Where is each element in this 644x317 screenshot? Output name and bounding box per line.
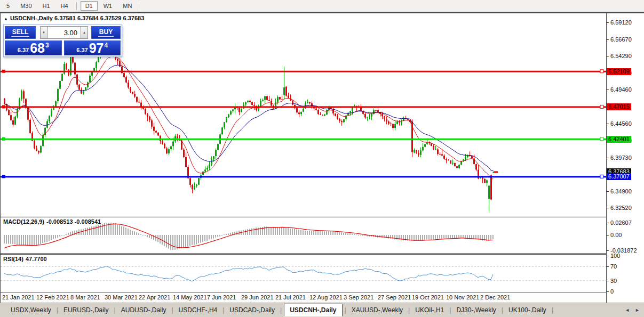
tick-mark xyxy=(607,191,609,192)
tick-label: 6.59120 xyxy=(610,19,632,26)
sell-price-sup: 3 xyxy=(45,42,49,49)
macd-name: MACD(12,26,9) xyxy=(3,218,44,225)
toolbar-separator xyxy=(76,2,77,10)
tick-label: 6.44560 xyxy=(610,120,632,127)
spin-up-icon: ▲ xyxy=(83,31,86,34)
chart-tab-ukoil-[interactable]: UKOil-,H1 xyxy=(412,305,447,315)
buy-price-sup: 4 xyxy=(105,42,108,49)
sell-price-big: 68 xyxy=(30,42,45,54)
date-axis-label: 7 Jun 2021 xyxy=(207,294,236,300)
tab-separator: | xyxy=(57,306,58,314)
tick-mark xyxy=(607,39,609,40)
tick-label: 6.56670 xyxy=(610,36,632,43)
volume-input[interactable] xyxy=(47,26,81,39)
volume-increase-button[interactable]: ▲ xyxy=(81,26,88,39)
chart-tab-uk100-[interactable]: UK100-,Daily xyxy=(505,305,550,315)
hline-price-label[interactable]: 6.42401 xyxy=(607,136,631,143)
sell-price-display[interactable]: 6.37 68 3 xyxy=(5,40,62,55)
buy-price-big: 97 xyxy=(89,42,104,54)
tick-label: 6.49460 xyxy=(610,86,632,93)
rsi-chart xyxy=(1,255,606,292)
tab-separator: | xyxy=(280,306,282,314)
chart-tab-usdcnh-[interactable]: USDCNH-,Daily xyxy=(284,304,342,316)
buy-button[interactable]: BUY xyxy=(91,26,121,39)
sell-button[interactable]: SELL xyxy=(5,26,36,39)
macd-label: MACD(12,26,9)-0.008513 -0.008541 xyxy=(3,218,103,225)
horizontal-line[interactable] xyxy=(1,175,606,178)
chart-tab-audusd-[interactable]: AUDUSD-,Daily xyxy=(118,305,170,315)
timeframe-button-H4[interactable]: H4 xyxy=(56,1,73,11)
rsi-name: RSI(14) xyxy=(3,256,23,262)
date-axis-label: 30 Mar 2021 xyxy=(105,294,138,300)
tick-mark xyxy=(607,90,609,90)
date-axis-label: 22 Apr 2021 xyxy=(139,294,170,300)
rsi-label: RSI(14)47.7700 xyxy=(3,256,49,262)
date-axis-label: 27 Sep 2021 xyxy=(378,294,411,300)
chart-tab-xauusd-[interactable]: XAUUSD-,Weekly xyxy=(348,305,406,315)
toolbar-separator xyxy=(140,2,141,10)
timeframe-button-W1[interactable]: W1 xyxy=(99,1,117,11)
chart-tab-eurusd-[interactable]: EURUSD-,Daily xyxy=(60,305,112,315)
date-axis-label: 2 Dec 2021 xyxy=(480,294,510,300)
timeframe-button-5[interactable]: 5 xyxy=(2,1,14,11)
tick-mark xyxy=(607,266,609,267)
buy-price-display[interactable]: 6.37 97 4 xyxy=(64,40,121,55)
one-click-trading-panel: SELL ▼ ▲ BUY 6.37 68 3 6.37 97 4 xyxy=(3,25,122,57)
timeframe-button-M30[interactable]: M30 xyxy=(15,1,36,11)
tab-separator: | xyxy=(408,306,410,314)
trade-panel-top-row: SELL ▼ ▲ BUY xyxy=(5,26,121,39)
rsi-value: 47.7700 xyxy=(26,256,47,262)
tick-mark xyxy=(607,22,609,23)
tick-label: 0 xyxy=(610,288,614,295)
candles xyxy=(4,33,494,212)
collapse-chart-icon[interactable]: ▲ xyxy=(4,17,8,21)
tick-label: 6.32520 xyxy=(610,205,632,212)
buy-button-label: BUY xyxy=(98,28,114,37)
rsi-line xyxy=(4,266,493,281)
price-axis: 6.591206.566706.542906.518406.494606.445… xyxy=(607,13,644,303)
date-axis-label: 12 Feb 2021 xyxy=(36,294,69,300)
tick-label: 0.00 xyxy=(610,232,622,239)
chart-tab-usdcad-[interactable]: USDCAD-,Daily xyxy=(226,305,278,315)
tick-mark xyxy=(607,235,609,235)
timeframe-button-MN[interactable]: MN xyxy=(118,1,137,11)
timeframe-toolbar: 5M30H1H4D1W1MN xyxy=(0,0,644,12)
timeframe-button-D1[interactable]: D1 xyxy=(81,1,98,11)
date-axis-label: 8 Mar 2021 xyxy=(70,294,100,300)
tick-label: 6.54290 xyxy=(610,53,632,60)
volume-decrease-button[interactable]: ▼ xyxy=(40,26,47,39)
tab-scroll-right-icon[interactable]: ► xyxy=(635,307,640,313)
date-axis-label: 19 Oct 2021 xyxy=(412,294,444,300)
rsi-pane: RSI(14)47.7700 xyxy=(1,255,606,292)
price-pane: ▲USDCNH-,Daily 6.37581 6.37684 6.37529 6… xyxy=(1,13,606,216)
chart-window: ▲USDCNH-,Daily 6.37581 6.37684 6.37529 6… xyxy=(0,13,644,303)
macd-signal-line xyxy=(4,224,493,248)
symbol-ohlc-values: 6.37581 6.37684 6.37529 6.37683 xyxy=(54,15,144,21)
symbol-line: ▲USDCNH-,Daily 6.37581 6.37684 6.37529 6… xyxy=(4,15,144,21)
timeframe-button-H1[interactable]: H1 xyxy=(38,1,55,11)
tab-separator: | xyxy=(222,306,224,314)
date-axis-label: 29 Jun 2021 xyxy=(241,294,274,300)
chart-tab-dj30-[interactable]: DJ30-,Weekly xyxy=(453,305,499,315)
hline-price-label[interactable]: 6.37007 xyxy=(607,173,631,180)
tick-mark xyxy=(607,250,609,251)
hline-price-label[interactable]: 6.47015 xyxy=(607,103,631,110)
macd-histogram xyxy=(4,223,494,250)
chart-tab-usdx[interactable]: USDX,Weekly xyxy=(7,305,54,315)
date-axis-label: 10 Nov 2021 xyxy=(446,294,479,300)
tick-mark xyxy=(607,223,609,223)
tab-scroll-left-icon[interactable]: ◄ xyxy=(625,307,630,313)
date-axis-label: 12 Aug 2021 xyxy=(309,294,343,300)
tab-separator: | xyxy=(114,306,116,314)
horizontal-line[interactable] xyxy=(1,137,606,141)
tick-mark xyxy=(607,291,609,292)
tick-label: 100 xyxy=(610,253,620,259)
date-axis-label: 3 Sep 2021 xyxy=(344,294,373,300)
chart-tab-usdchf-[interactable]: USDCHF-,H4 xyxy=(176,305,221,315)
tab-separator: | xyxy=(345,306,346,314)
tick-mark xyxy=(607,56,609,56)
tab-separator: | xyxy=(502,306,503,314)
macd-pane: MACD(12,26,9)-0.008513 -0.008541 xyxy=(1,217,606,253)
mt4-window: 5M30H1H4D1W1MN ▲USDCNH-,Daily 6.37581 6.… xyxy=(0,0,644,317)
hline-price-label[interactable]: 6.52109 xyxy=(607,68,631,75)
